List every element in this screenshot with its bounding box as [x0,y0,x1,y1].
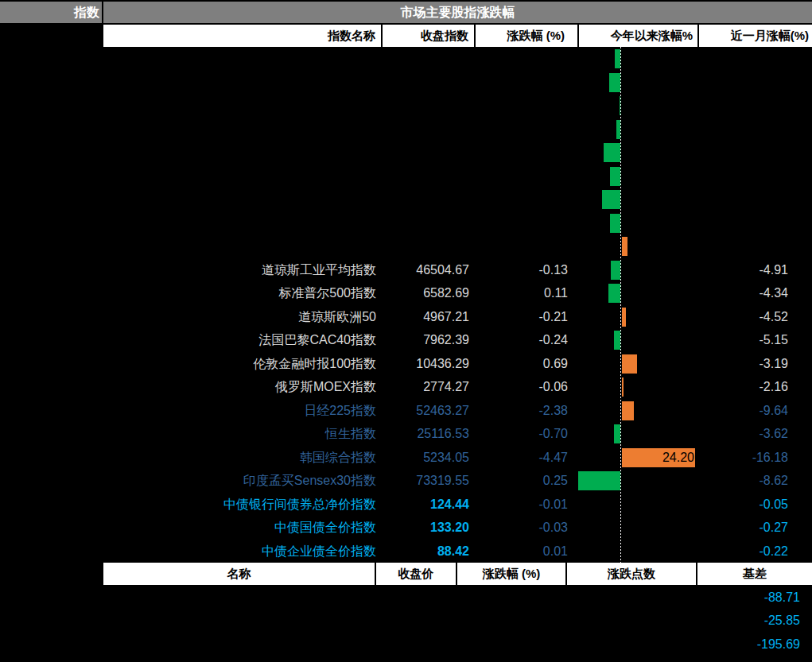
basis-cell[interactable]: -88.71 [652,586,800,609]
ytd-bar-cell[interactable] [579,422,698,446]
change-pct-cell[interactable] [445,188,568,211]
change-pct-cell[interactable]: -0.13 [445,258,568,282]
index-name-cell[interactable]: 道琼斯工业平均指数 [103,258,376,282]
basis-cell[interactable]: -195.69 [652,633,800,656]
ytd-bar-cell[interactable] [579,211,698,235]
ytd-bar-cell[interactable] [579,118,698,141]
col-header-basis[interactable]: 基差 [697,563,812,585]
index-name-cell[interactable]: 法国巴黎CAC40指数 [103,328,376,352]
col-header-index-name[interactable]: 指数名称 [103,25,381,47]
change-pct-cell[interactable] [445,47,568,71]
month-pct-cell[interactable] [684,165,800,188]
change-pct-cell[interactable] [445,71,568,95]
month-pct-cell[interactable]: -2.16 [684,375,800,399]
index-name-cell[interactable]: 中债国债全价指数 [103,516,376,540]
change-pct-cell[interactable]: 0.25 [445,469,568,493]
index-name-cell[interactable] [103,118,376,141]
ytd-bar-cell[interactable] [579,258,698,282]
change-pct-cell[interactable]: -4.47 [445,446,568,470]
change-pct-cell[interactable]: -0.21 [445,305,568,329]
month-pct-cell[interactable]: -3.62 [684,422,800,446]
index-name-cell[interactable] [103,165,376,188]
month-pct-cell[interactable]: -0.05 [684,493,800,517]
month-pct-cell[interactable] [684,71,800,95]
index-name-cell[interactable] [103,47,376,71]
month-pct-cell[interactable]: -0.22 [684,540,800,563]
change-pct-cell[interactable] [445,211,568,235]
month-pct-cell[interactable] [684,234,800,258]
col-header-change-points[interactable]: 涨跌点数 [567,563,696,585]
col-header-close-price[interactable]: 收盘价 [376,563,456,585]
index-name-cell[interactable] [103,94,376,118]
month-pct-cell[interactable] [684,211,800,235]
month-pct-cell[interactable]: -5.15 [684,328,800,352]
index-name-cell[interactable]: 日经225指数 [103,399,376,423]
month-pct-cell[interactable]: -4.52 [684,305,800,329]
month-pct-cell[interactable] [684,118,800,141]
change-pct-cell[interactable]: -0.01 [445,493,568,517]
change-pct-cell[interactable] [445,94,568,118]
month-pct-cell[interactable]: -16.18 [684,446,800,470]
month-pct-cell[interactable] [684,47,800,71]
month-pct-cell[interactable]: -0.27 [684,516,800,540]
col-header-close-index[interactable]: 收盘指数 [383,25,474,47]
change-pct-cell[interactable]: 0.11 [445,281,568,305]
month-pct-cell[interactable]: -9.64 [684,399,800,423]
month-pct-cell[interactable] [684,94,800,118]
ytd-bar-cell[interactable] [579,141,698,165]
ytd-bar-cell[interactable] [579,328,698,352]
change-pct-cell[interactable] [445,165,568,188]
month-pct-cell[interactable]: -4.91 [684,258,800,282]
change-pct-cell[interactable]: -0.03 [445,516,568,540]
ytd-bar-cell[interactable] [579,281,698,305]
col-header-change-pct[interactable]: 涨跌幅 (%) [476,25,577,47]
index-name-cell[interactable]: 俄罗斯MOEX指数 [103,375,376,399]
index-name-cell[interactable] [103,234,376,258]
col-header-change-pct-2[interactable]: 涨跌幅 (%) [457,563,565,585]
month-pct-cell[interactable] [684,188,800,211]
ytd-bar-cell[interactable] [579,71,698,95]
table-title[interactable]: 市场主要股指涨跌幅 [103,2,812,23]
month-pct-cell[interactable] [684,141,800,165]
ytd-bar-cell[interactable] [579,399,698,423]
ytd-bar-cell[interactable]: 24.20 [579,446,698,470]
index-name-cell[interactable]: 标准普尔500指数 [103,281,376,305]
index-name-cell[interactable]: 中债企业债全价指数 [103,540,376,563]
change-pct-cell[interactable] [445,234,568,258]
change-pct-cell[interactable]: -0.24 [445,328,568,352]
index-name-cell[interactable] [103,188,376,211]
ytd-bar-cell[interactable] [579,469,698,493]
ytd-bar-cell[interactable] [579,47,698,71]
change-pct-cell[interactable]: 0.01 [445,540,568,563]
col-header-name[interactable]: 名称 [103,563,375,585]
ytd-bar-cell[interactable] [579,540,698,563]
ytd-bar-cell[interactable] [579,188,698,211]
index-name-cell[interactable]: 印度孟买Sensex30指数 [103,469,376,493]
corner-cell-index[interactable]: 指数 [0,2,102,23]
index-name-cell[interactable] [103,141,376,165]
ytd-bar-cell[interactable] [579,234,698,258]
ytd-bar-cell[interactable] [579,94,698,118]
col-header-ytd-pct[interactable]: 今年以来涨幅% [579,25,697,47]
ytd-bar-cell[interactable] [579,352,698,376]
month-pct-cell[interactable]: -8.62 [684,469,800,493]
month-pct-cell[interactable]: -4.34 [684,281,800,305]
basis-cell[interactable]: -25.85 [652,609,800,632]
ytd-bar-cell[interactable] [579,516,698,540]
ytd-bar-cell[interactable] [579,375,698,399]
change-pct-cell[interactable] [445,141,568,165]
change-pct-cell[interactable] [445,118,568,141]
change-pct-cell[interactable]: -0.06 [445,375,568,399]
col-header-month-pct[interactable]: 近一月涨幅(%) [699,25,812,47]
ytd-bar-cell[interactable] [579,305,698,329]
index-name-cell[interactable]: 中债银行间债券总净价指数 [103,493,376,517]
index-name-cell[interactable] [103,71,376,95]
change-pct-cell[interactable]: -2.38 [445,399,568,423]
index-name-cell[interactable] [103,211,376,235]
month-pct-cell[interactable]: -3.19 [684,352,800,376]
index-name-cell[interactable]: 伦敦金融时报100指数 [103,352,376,376]
change-pct-cell[interactable]: -0.70 [445,422,568,446]
ytd-bar-cell[interactable] [579,165,698,188]
index-name-cell[interactable]: 韩国综合指数 [103,446,376,470]
ytd-bar-cell[interactable] [579,493,698,517]
